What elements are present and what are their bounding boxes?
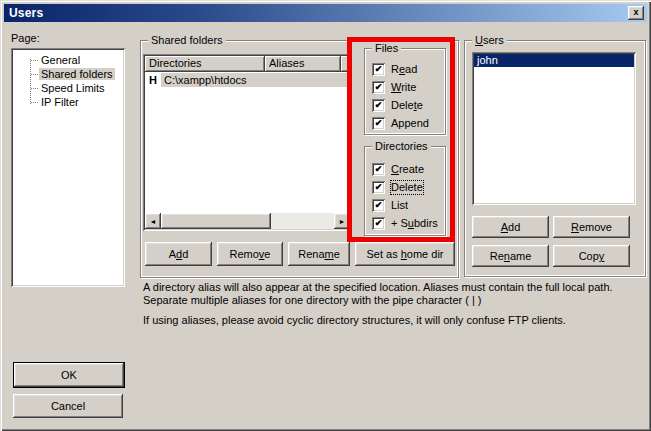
read-checkbox[interactable]: ✔ (372, 63, 385, 76)
tree-branch-icon (31, 88, 38, 89)
title-bar[interactable]: Users x (4, 4, 647, 22)
shared-folders-group-label: Shared folders (148, 34, 226, 46)
shared-folders-table[interactable]: Directories Aliases H C:\xampp\htdocs ◄ … (143, 54, 352, 231)
tree-item-speed-limits[interactable]: Speed Limits (11, 81, 125, 95)
write-checkbox[interactable]: ✔ (372, 81, 385, 94)
scrollbar-thumb[interactable] (161, 213, 271, 229)
files-permissions-group: Files ✔ Read ✔ Write ✔ Delete ✔ Append (364, 48, 446, 135)
check-icon: ✔ (375, 163, 383, 176)
checkbox-row-subdirs[interactable]: ✔ + Subdirs (372, 217, 445, 230)
tree-branch-icon (31, 102, 38, 103)
user-copy-button[interactable]: Copy (553, 245, 630, 267)
users-list[interactable]: john (472, 52, 636, 205)
check-icon: ✔ (375, 117, 383, 130)
window-title: Users (4, 6, 43, 20)
column-header-directories[interactable]: Directories (145, 56, 265, 72)
users-group-label: Users (472, 34, 507, 46)
delete-file-checkbox[interactable]: ✔ (372, 99, 385, 112)
delete-dir-checkbox[interactable]: ✔ (372, 181, 385, 194)
subdirs-checkbox[interactable]: ✔ (372, 217, 385, 230)
set-as-home-dir-button[interactable]: Set as home dir (355, 242, 455, 266)
user-list-item[interactable]: john (474, 54, 634, 67)
tree-branch-icon (31, 74, 38, 75)
arrow-right-icon: ► (339, 218, 346, 225)
list-checkbox[interactable]: ✔ (372, 199, 385, 212)
column-header-filler (341, 56, 350, 72)
scroll-right-button[interactable]: ► (334, 213, 350, 229)
scrollbar-track[interactable] (271, 213, 334, 229)
arrow-left-icon: ◄ (150, 218, 157, 225)
check-icon: ✔ (375, 99, 383, 112)
checkbox-row-append[interactable]: ✔ Append (372, 117, 445, 130)
check-icon: ✔ (375, 199, 383, 212)
check-icon: ✔ (375, 81, 383, 94)
users-dialog: Users x Page: General Shared folders Spe… (0, 0, 651, 431)
check-icon: ✔ (375, 217, 383, 230)
user-rename-button[interactable]: Rename (472, 245, 549, 267)
directories-group-label: Directories (372, 140, 431, 152)
check-icon: ✔ (375, 63, 383, 76)
column-header-aliases[interactable]: Aliases (265, 56, 341, 72)
tree-item-ip-filter[interactable]: IP Filter (11, 95, 125, 109)
tree-branch-icon (31, 60, 38, 61)
folder-add-button[interactable]: Add (145, 242, 212, 266)
horizontal-scrollbar[interactable]: ◄ ► (145, 213, 350, 229)
close-icon: x (633, 7, 638, 17)
directories-permissions-group: Directories ✔ Create ✔ Delete ✔ List ✔ +… (364, 146, 446, 236)
close-button[interactable]: x (628, 6, 644, 20)
checkbox-row-write[interactable]: ✔ Write (372, 81, 445, 94)
check-icon: ✔ (375, 181, 383, 194)
table-header: Directories Aliases (145, 56, 350, 72)
checkbox-row-read[interactable]: ✔ Read (372, 63, 445, 76)
home-directory-flag: H (145, 73, 161, 87)
checkbox-row-delete-file[interactable]: ✔ Delete (372, 99, 445, 112)
files-group-label: Files (372, 42, 401, 54)
tree-item-general[interactable]: General (11, 53, 125, 67)
folder-remove-button[interactable]: Remove (217, 242, 283, 266)
alias-help-paragraph-2: If using aliases, please avoid cyclic di… (143, 314, 648, 327)
checkbox-row-list[interactable]: ✔ List (372, 199, 445, 212)
folder-rename-button[interactable]: Rename (288, 242, 350, 266)
append-checkbox[interactable]: ✔ (372, 117, 385, 130)
tree-item-shared-folders[interactable]: Shared folders (11, 67, 125, 81)
user-remove-button[interactable]: Remove (553, 216, 630, 238)
cancel-button[interactable]: Cancel (13, 394, 123, 418)
user-add-button[interactable]: Add (472, 216, 549, 238)
page-label: Page: (11, 32, 40, 44)
ok-button[interactable]: OK (13, 362, 125, 388)
checkbox-row-create[interactable]: ✔ Create (372, 163, 445, 176)
page-tree[interactable]: General Shared folders Speed Limits IP F… (11, 48, 125, 287)
directory-cell[interactable]: C:\xampp\htdocs (161, 73, 350, 87)
alias-help-text: A directory alias will also appear at th… (143, 281, 648, 327)
create-checkbox[interactable]: ✔ (372, 163, 385, 176)
table-row[interactable]: H C:\xampp\htdocs (145, 73, 350, 87)
checkbox-row-delete-dir[interactable]: ✔ Delete (372, 181, 445, 194)
scroll-left-button[interactable]: ◄ (145, 213, 161, 229)
alias-help-paragraph-1: A directory alias will also appear at th… (143, 281, 648, 307)
